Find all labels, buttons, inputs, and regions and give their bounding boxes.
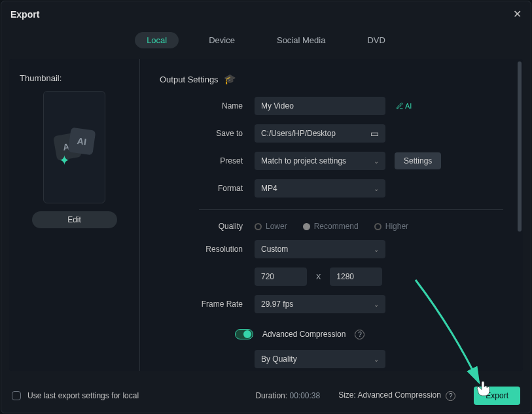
divider [199,209,503,210]
resolution-label: Resolution [160,245,255,254]
preset-select[interactable]: Match to project settings ⌄ [255,152,385,170]
thumbnail-label: Thumbnail: [20,73,129,83]
use-last-settings-checkbox[interactable] [12,391,21,400]
preset-settings-button[interactable]: Settings [395,152,441,169]
advanced-compression-label: Advanced Compression [262,330,346,339]
graduation-cap-icon[interactable]: 🎓 [224,73,236,85]
format-label: Format [160,184,255,193]
frame-rate-label: Frame Rate [160,300,255,309]
frame-rate-select[interactable]: 29.97 fps ⌄ [255,295,385,313]
chevron-down-icon: ⌄ [374,246,379,253]
quality-lower-radio[interactable]: Lower [255,222,287,231]
scrollbar[interactable] [518,61,522,232]
ai-card-icon: AI [67,128,96,156]
save-to-field[interactable]: C:/Users/HP/Desktop ▭ [255,124,385,143]
chevron-down-icon: ⌄ [374,158,379,165]
sparkle-icon: ✦ [59,152,70,168]
name-input[interactable] [255,97,385,115]
size-text: Size: Advanced Compression ? [338,390,455,400]
preset-label: Preset [160,156,255,165]
resolution-select[interactable]: Custom ⌄ [255,240,385,258]
advanced-compression-toggle[interactable] [235,329,253,339]
use-last-settings-label: Use last export settings for local [27,391,139,400]
edit-thumbnail-button[interactable]: Edit [32,211,117,228]
chevron-down-icon: ⌄ [374,356,379,363]
export-button[interactable]: Export [474,387,520,405]
name-label: Name [160,101,255,111]
resolution-width-input[interactable] [255,267,307,286]
chevron-down-icon: ⌄ [374,301,379,308]
help-icon[interactable]: ? [355,330,364,339]
quality-label: Quality [160,222,255,231]
dialog-title: Export [10,9,39,20]
quality-recommend-radio[interactable]: Recommend [303,222,359,231]
export-tabs: Local Device Social Media DVD [1,27,531,59]
tab-social-media[interactable]: Social Media [265,32,337,48]
thumbnail-preview[interactable]: AI AI ✦ [43,91,105,203]
output-settings-heading: Output Settings [160,75,219,84]
folder-icon[interactable]: ▭ [370,128,379,139]
format-select[interactable]: MP4 ⌄ [255,179,385,198]
x-separator: X [316,273,321,281]
help-icon[interactable]: ? [446,391,455,401]
tab-device[interactable]: Device [197,32,247,48]
duration-text: Duration: 00:00:38 [255,391,320,400]
resolution-height-input[interactable] [330,267,382,286]
close-icon[interactable]: ✕ [513,8,522,20]
compression-mode-select[interactable]: By Quality ⌄ [255,350,385,368]
tab-local[interactable]: Local [135,32,179,48]
save-to-label: Save to [160,129,255,138]
quality-higher-radio[interactable]: Higher [374,222,408,231]
tab-dvd[interactable]: DVD [355,32,397,48]
ai-name-button[interactable]: AI [396,102,412,110]
chevron-down-icon: ⌄ [374,185,379,192]
